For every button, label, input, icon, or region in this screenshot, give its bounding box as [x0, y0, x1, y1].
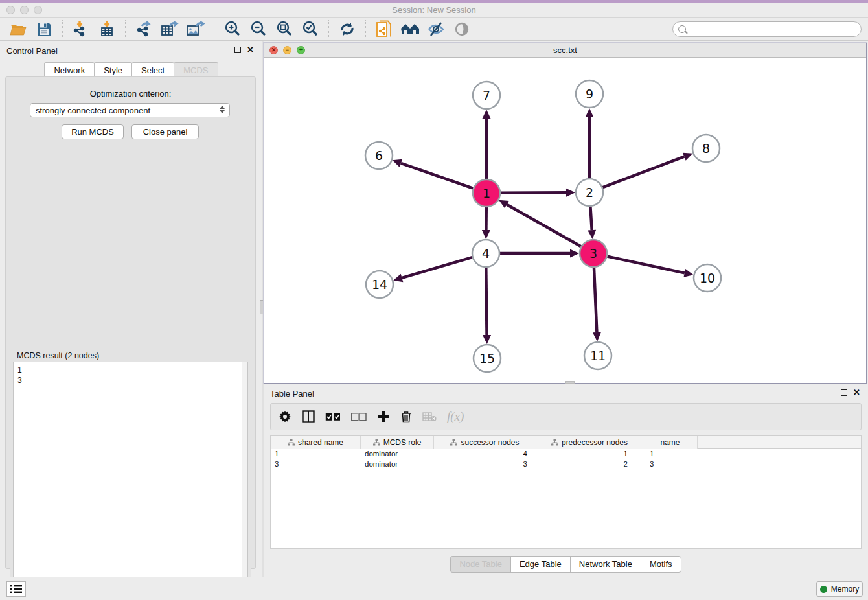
- hide-selected-icon[interactable]: [425, 19, 447, 39]
- svg-text:3: 3: [589, 246, 597, 260]
- table-row[interactable]: 1 dominator 4 1 1: [271, 449, 861, 459]
- search-box[interactable]: [672, 21, 862, 37]
- svg-text:9: 9: [586, 87, 593, 101]
- criterion-value: strongly connected component: [36, 106, 150, 115]
- function-builder-icon[interactable]: f(x): [447, 408, 464, 426]
- network-graph[interactable]: 7968124310141511: [264, 58, 866, 383]
- task-history-button[interactable]: [6, 581, 26, 597]
- control-panel-title: Control Panel: [6, 46, 255, 58]
- delete-table-icon[interactable]: [422, 408, 437, 426]
- mcds-result-text[interactable]: 1 3: [13, 362, 248, 596]
- select-all-rows-icon[interactable]: [325, 408, 341, 426]
- optimization-criterion-label: Optimization criterion:: [6, 89, 255, 98]
- column-header-shared-name[interactable]: shared name: [271, 436, 361, 449]
- svg-text:10: 10: [700, 271, 715, 285]
- mcds-result-box: MCDS result (2 nodes) 1 3: [10, 356, 251, 599]
- export-network-icon[interactable]: [133, 19, 155, 39]
- import-table-icon[interactable]: [96, 19, 118, 39]
- svg-text:6: 6: [375, 148, 383, 163]
- window-title: Session: New Session: [0, 5, 868, 15]
- save-session-icon[interactable]: [33, 19, 55, 39]
- memory-label: Memory: [831, 584, 859, 594]
- run-mcds-button[interactable]: Run MCDS: [62, 124, 124, 139]
- column-header-mcds-role[interactable]: MCDS role: [361, 436, 434, 449]
- svg-text:14: 14: [372, 277, 387, 292]
- close-panel-icon[interactable]: ✕: [247, 47, 254, 53]
- network-view-window: ✕ − + scc.txt 7968124310141511: [264, 43, 867, 384]
- main-toolbar: [0, 18, 868, 41]
- close-table-panel-icon[interactable]: ✕: [853, 389, 860, 396]
- dropdown-stepper-icon: [220, 106, 225, 113]
- column-header-successor-nodes[interactable]: successor nodes: [434, 436, 536, 449]
- table-panel-title: Table Panel: [270, 389, 314, 398]
- status-bar: Memory: [0, 577, 868, 600]
- svg-text:2: 2: [586, 185, 593, 200]
- column-header-predecessor-nodes[interactable]: predecessor nodes: [536, 436, 643, 449]
- control-panel: Control Panel ✕ Network Style Select MCD…: [0, 41, 262, 577]
- table-tabs: Node Table Edge Table Network Table Moti…: [264, 556, 868, 573]
- table-header-row: shared name MCDS role successor nodes pr…: [271, 436, 861, 449]
- result-line: 3: [17, 375, 244, 386]
- zoom-out-icon[interactable]: [247, 19, 269, 39]
- table-panel: Table Panel ✕: [264, 384, 868, 577]
- search-icon: [678, 25, 686, 33]
- show-all-icon[interactable]: [399, 19, 421, 39]
- zoom-fit-icon[interactable]: [273, 19, 295, 39]
- show-graphics-details-icon[interactable]: [451, 19, 473, 39]
- export-table-icon[interactable]: [159, 19, 181, 39]
- zoom-selected-icon[interactable]: [299, 19, 321, 39]
- float-panel-icon[interactable]: [234, 47, 241, 53]
- zoom-in-icon[interactable]: [222, 19, 244, 39]
- result-scrollbar[interactable]: [242, 362, 247, 595]
- network-window-title: scc.txt: [264, 45, 866, 55]
- table-row[interactable]: 3 dominator 3 2 3: [271, 459, 861, 470]
- column-header-name[interactable]: name: [643, 436, 698, 449]
- open-session-icon[interactable]: [7, 19, 29, 39]
- network-window-titlebar[interactable]: ✕ − + scc.txt: [264, 43, 866, 58]
- mcds-result-title: MCDS result (2 nodes): [14, 351, 102, 360]
- titlebar: Session: New Session: [0, 3, 868, 18]
- criterion-dropdown[interactable]: strongly connected component: [30, 103, 230, 117]
- svg-text:7: 7: [483, 88, 490, 102]
- apply-layout-icon[interactable]: [336, 19, 358, 39]
- application-window: Session: New Session: [0, 0, 868, 600]
- result-line: 1: [17, 365, 244, 375]
- export-image-icon[interactable]: [185, 19, 207, 39]
- tab-motifs[interactable]: Motifs: [641, 556, 681, 573]
- import-network-icon[interactable]: [70, 19, 92, 39]
- delete-column-icon[interactable]: [400, 408, 412, 426]
- search-input[interactable]: [686, 23, 861, 36]
- svg-text:11: 11: [590, 349, 606, 363]
- svg-text:8: 8: [702, 141, 710, 156]
- show-columns-icon[interactable]: [302, 408, 315, 426]
- tab-edge-table[interactable]: Edge Table: [510, 556, 570, 573]
- tab-node-table[interactable]: Node Table: [450, 556, 510, 573]
- close-panel-button[interactable]: Close panel: [131, 124, 199, 139]
- node-table[interactable]: shared name MCDS role successor nodes pr…: [270, 435, 862, 549]
- float-table-panel-icon[interactable]: [841, 389, 847, 396]
- svg-text:15: 15: [479, 351, 495, 365]
- table-toolbar: f(x): [270, 403, 862, 430]
- svg-text:4: 4: [482, 246, 490, 260]
- svg-text:1: 1: [483, 186, 490, 200]
- create-column-icon[interactable]: [377, 408, 390, 426]
- mcds-panel-body: Optimization criterion: strongly connect…: [5, 76, 256, 569]
- list-icon: [10, 584, 22, 594]
- memory-button[interactable]: Memory: [816, 581, 863, 597]
- deselect-all-rows-icon[interactable]: [351, 408, 367, 426]
- tab-network-table[interactable]: Network Table: [570, 556, 641, 573]
- new-network-icon[interactable]: [373, 19, 395, 39]
- memory-status-icon: [820, 586, 827, 593]
- table-settings-gear-icon[interactable]: [279, 408, 291, 426]
